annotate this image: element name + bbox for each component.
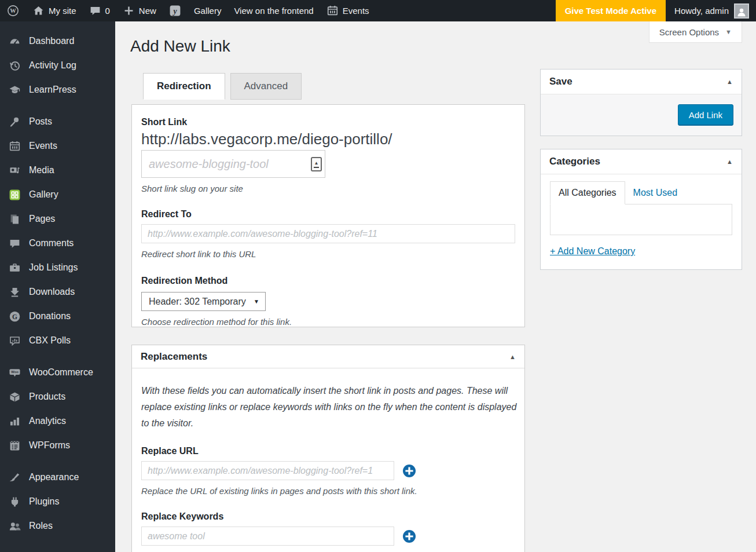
sidebar-item-comments[interactable]: Comments xyxy=(0,231,115,255)
adminbar-item-events[interactable]: Events xyxy=(320,0,376,21)
sidebar-menu-group: AppearancePluginsRoles xyxy=(0,465,115,538)
main-content: Screen Options ▼ Add New Link Redirectio… xyxy=(115,21,756,552)
replacements-description: With these fields you can automatically … xyxy=(141,383,523,432)
plus-circle-icon xyxy=(402,529,416,543)
sidebar-item-products[interactable]: Products xyxy=(0,385,115,409)
account-menu[interactable]: Howdy, admin xyxy=(666,0,756,21)
redirection-method-select[interactable]: Header: 302 Temporary ▼ xyxy=(141,292,266,311)
sidebar-item-label: Plugins xyxy=(29,496,59,507)
sidebar-item-label: LearnPress xyxy=(29,85,76,95)
activity-icon xyxy=(8,59,21,72)
collapse-arrow-icon[interactable]: ▲ xyxy=(726,78,733,85)
pin-icon xyxy=(8,115,21,128)
sidebar-item-label: Dashboard xyxy=(29,36,74,46)
replace-keywords-label: Replace Keywords xyxy=(141,511,515,522)
short-link-slug-input[interactable] xyxy=(141,150,325,178)
save-panel: Save ▲ Add Link xyxy=(540,69,742,136)
adminbar-item-new[interactable]: New xyxy=(116,0,163,21)
person-icon xyxy=(735,5,748,17)
learnpress-icon xyxy=(8,83,21,96)
sidebar-item-label: WooCommerce xyxy=(29,367,93,378)
plus-icon xyxy=(123,5,135,17)
svg-text:Woo: Woo xyxy=(11,370,19,374)
categories-panel: Categories ▲ All CategoriesMost Used + A… xyxy=(540,149,742,270)
sidebar-item-downloads[interactable]: Downloads xyxy=(0,280,115,304)
sidebar-item-label: Posts xyxy=(29,116,52,127)
plus-circle-icon xyxy=(402,464,416,478)
add-link-button[interactable]: Add Link xyxy=(678,104,733,126)
redirection-method-label: Redirection Method xyxy=(141,276,515,286)
collapse-arrow-icon[interactable]: ▲ xyxy=(726,158,733,165)
avatar[interactable] xyxy=(734,3,749,19)
comment-icon xyxy=(8,237,21,250)
short-link-label: Short Link xyxy=(141,117,515,127)
sidebar-item-label: Comments xyxy=(29,238,74,248)
sidebar-item-events[interactable]: Events xyxy=(0,134,115,158)
media-icon xyxy=(8,164,21,177)
redirection-method-help: Choose redirection method for this link. xyxy=(141,317,515,327)
redirection-panel: Short Link http://labs.vegacorp.me/diego… xyxy=(131,104,525,327)
give-test-mode-badge[interactable]: Give Test Mode Active xyxy=(556,0,666,21)
replace-keywords-input[interactable] xyxy=(141,527,394,546)
sidebar-item-plugins[interactable]: Plugins xyxy=(0,489,115,514)
sidebar-item-label: Appearance xyxy=(29,472,79,482)
analytics-icon xyxy=(8,415,21,427)
cbx-icon xyxy=(8,334,21,347)
save-panel-title: Save xyxy=(549,76,572,87)
sidebar-item-gallery[interactable]: Gallery xyxy=(0,182,115,207)
sidebar-menu-group: DashboardActivity LogLearnPress xyxy=(0,29,115,102)
sidebar-item-posts[interactable]: Posts xyxy=(0,109,115,134)
category-tab-most-used[interactable]: Most Used xyxy=(625,182,685,204)
sidebar-item-analytics[interactable]: Analytics xyxy=(0,409,115,433)
sidebar-item-media[interactable]: Media xyxy=(0,158,115,182)
sidebar-item-job-listings[interactable]: Job Listings xyxy=(0,255,115,280)
screen-options-toggle[interactable]: Screen Options ▼ xyxy=(649,21,742,43)
redirect-to-input[interactable] xyxy=(141,224,515,243)
sidebar-item-activity-log[interactable]: Activity Log xyxy=(0,53,115,78)
add-new-category-link[interactable]: + Add New Category xyxy=(550,246,635,257)
sidebar-item-cbx-polls[interactable]: CBX Polls xyxy=(0,328,115,353)
adminbar-item-view-frontend[interactable]: View on the frontend xyxy=(227,0,320,21)
appearance-icon xyxy=(8,471,21,484)
svg-text:G: G xyxy=(12,313,17,320)
add-replace-keyword-button[interactable] xyxy=(402,529,416,543)
replace-url-help: Replace the URL of existing links in pag… xyxy=(141,486,515,496)
sidebar-item-roles[interactable]: Roles xyxy=(0,514,115,538)
sidebar-item-dashboard[interactable]: Dashboard xyxy=(0,29,115,53)
collapse-arrow-icon[interactable]: ▲ xyxy=(509,353,516,360)
add-replace-url-button[interactable] xyxy=(402,464,416,478)
sidebar-item-learnpress[interactable]: LearnPress xyxy=(0,78,115,102)
short-link-help: Short link slug on your site xyxy=(141,184,515,193)
sidebar-item-pages[interactable]: Pages xyxy=(0,207,115,231)
page-title: Add New Link xyxy=(130,37,230,56)
redirection-method-value: Header: 302 Temporary xyxy=(149,297,246,307)
input-spinner-icon[interactable]: ▲ xyxy=(311,157,322,171)
sidebar-item-wpforms[interactable]: WPForms xyxy=(0,433,115,458)
home-icon xyxy=(32,5,45,17)
adminbar-item-label: 0 xyxy=(105,6,110,16)
sidebar-item-donations[interactable]: GDonations xyxy=(0,304,115,328)
sidebar-item-label: Products xyxy=(29,392,65,402)
download-icon xyxy=(8,286,21,298)
admin-bar-right: Give Test Mode Active Howdy, admin xyxy=(556,0,756,21)
replace-url-input[interactable] xyxy=(141,461,394,480)
adminbar-item-my-site[interactable]: My site xyxy=(26,0,83,21)
sidebar-item-label: Donations xyxy=(29,311,71,321)
tab-advanced[interactable]: Advanced xyxy=(230,73,302,100)
adminbar-item-yoast[interactable]: y xyxy=(163,0,188,21)
adminbar-item-comments[interactable]: 0 xyxy=(83,0,116,21)
sidebar-item-appearance[interactable]: Appearance xyxy=(0,465,115,489)
products-icon xyxy=(8,390,21,403)
wpforms-icon xyxy=(8,439,21,452)
tab-redirection[interactable]: Redirection xyxy=(143,73,225,100)
category-checklist[interactable] xyxy=(550,204,732,235)
gallery-icon xyxy=(8,188,21,201)
sidebar-item-woocommerce[interactable]: WooWooCommerce xyxy=(0,360,115,385)
howdy-label: Howdy, admin xyxy=(674,6,729,16)
sidebar-item-label: Job Listings xyxy=(29,262,78,273)
adminbar-item-label: Gallery xyxy=(194,6,222,16)
adminbar-item-gallery[interactable]: Gallery xyxy=(188,0,228,21)
adminbar-item-wp-logo[interactable]: W xyxy=(0,0,26,21)
category-tab-all-categories[interactable]: All Categories xyxy=(550,181,625,204)
admin-bar: WMy site0NewyGalleryView on the frontend… xyxy=(0,0,756,21)
